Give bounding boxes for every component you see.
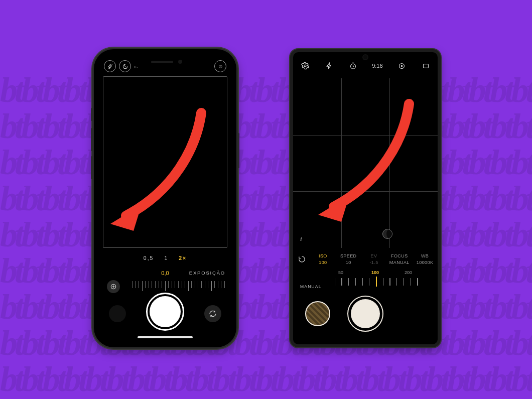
night-icon[interactable] <box>119 60 131 72</box>
canvas: (function(){ var row="bt".repeat(40);var… <box>0 0 532 399</box>
exposure-value: 0,0 <box>161 270 169 276</box>
status-time: 9:16 <box>372 63 382 69</box>
param-wb[interactable]: WB10000K <box>412 253 438 265</box>
info-button[interactable]: i <box>300 235 302 243</box>
flash-icon[interactable] <box>104 60 116 72</box>
exposure-row: 0,0 EXPOSIÇÃO <box>100 270 230 280</box>
annotation-arrow-right <box>306 96 422 227</box>
shutter-button[interactable] <box>351 299 380 328</box>
background-pattern: (function(){ var row="bt".repeat(40);var… <box>0 0 532 399</box>
param-iso[interactable]: ISO100 <box>310 253 336 265</box>
zoom-option[interactable]: 0,5 <box>144 255 154 261</box>
settings-icon[interactable] <box>300 61 310 71</box>
iso-scale-label: 100 <box>371 270 379 275</box>
iso-scale-label: 200 <box>405 270 412 275</box>
pro-params-row: ISO100SPEED10EV-1.5FOCUSMANUALWB10000K <box>293 250 438 268</box>
mode-label: MANUAL <box>300 284 322 289</box>
shutter-button[interactable] <box>150 296 181 327</box>
focus-indicator-icon <box>382 229 392 239</box>
exposure-slider[interactable] <box>132 281 224 294</box>
param-speed[interactable]: SPEED10 <box>336 253 361 265</box>
svg-point-5 <box>401 65 403 67</box>
gallery-thumbnail[interactable] <box>305 301 330 326</box>
svg-point-2 <box>304 65 306 67</box>
flip-camera-button[interactable] <box>204 305 221 322</box>
param-ev: EV-1.5 <box>361 253 387 265</box>
zoom-selector[interactable]: 0,5 1 2× <box>100 255 230 261</box>
iso-scale[interactable]: 50100200 <box>324 273 428 290</box>
exposure-label: EXPOSIÇÃO <box>189 270 225 276</box>
iso-scale-label: 50 <box>338 270 343 275</box>
reset-button[interactable] <box>293 255 310 263</box>
annotation-arrow-left <box>98 105 214 236</box>
zoom-option-selected[interactable]: 2× <box>179 255 187 261</box>
raw-toggle-icon[interactable]: ◎ <box>214 60 226 72</box>
param-focus[interactable]: FOCUSMANUAL <box>386 253 412 265</box>
svg-rect-6 <box>423 64 428 68</box>
android-topbar: 9:16 <box>293 58 438 73</box>
home-indicator <box>138 336 193 338</box>
timer-icon[interactable] <box>348 61 358 71</box>
aspect-icon[interactable] <box>421 61 431 71</box>
exposure-lock-button[interactable] <box>107 280 120 293</box>
zoom-option[interactable]: 1 <box>164 255 168 261</box>
flash-icon[interactable] <box>324 61 334 71</box>
gallery-thumbnail[interactable] <box>109 305 126 322</box>
iphone-notch <box>133 55 197 68</box>
metering-icon[interactable] <box>396 61 407 71</box>
